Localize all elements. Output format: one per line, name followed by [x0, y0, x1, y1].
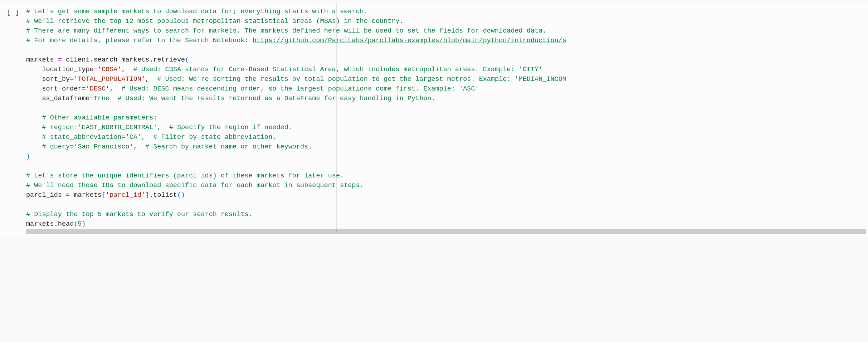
code-token-name: markets: [26, 56, 58, 64]
code-token-punct: ,: [109, 85, 121, 93]
code-line[interactable]: # Other available parameters:: [26, 113, 868, 123]
code-token-name: head: [58, 220, 74, 228]
code-line[interactable]: markets = client.search_markets.retrieve…: [26, 55, 868, 65]
code-token-comment: # Used: We're sorting the results by tot…: [157, 75, 566, 83]
code-token-comment: # Used: DESC means descending order, so …: [121, 85, 479, 93]
code-token-punct: ,: [145, 75, 157, 83]
code-token-paren: ): [82, 220, 86, 228]
code-token-comment: # region='EAST_NORTH_CENTRAL', # Specify…: [42, 124, 292, 131]
code-line[interactable]: markets.head(5): [26, 220, 868, 229]
code-token-comment: # Let's get some sample markets to downl…: [26, 8, 368, 15]
prompt-label: [ ]: [7, 8, 19, 17]
code-token-op: =: [58, 56, 62, 64]
code-token-op: =: [94, 66, 98, 73]
code-token-comment: # For more details, please refer to the …: [26, 37, 253, 44]
code-token-name: [26, 114, 42, 122]
code-content[interactable]: # Let's get some sample markets to downl…: [26, 7, 868, 229]
code-token-comment: # We'll need these IDs to download speci…: [26, 182, 364, 189]
code-token-bracket: [: [102, 191, 106, 199]
code-token-name: sort_by: [26, 75, 70, 83]
code-token-link[interactable]: https://github.com/ParclLabs/parcllabs-e…: [253, 37, 566, 44]
code-line[interactable]: [26, 162, 868, 171]
code-token-string: 'parcl_id': [106, 191, 145, 199]
code-token-name: client: [62, 56, 90, 64]
code-token-op: =: [82, 85, 86, 93]
code-token-name: search_markets: [94, 56, 149, 64]
code-token-string: 'CBSA': [98, 66, 122, 73]
code-line[interactable]: [26, 104, 868, 113]
code-line[interactable]: parcl_ids = markets['parcl_id'].tolist(): [26, 191, 868, 200]
code-token-name: [26, 124, 42, 131]
code-token-comment: # There are many different ways to searc…: [26, 27, 546, 35]
code-token-name: [109, 95, 117, 102]
code-line[interactable]: # For more details, please refer to the …: [26, 36, 868, 46]
code-cell[interactable]: [ ] # Let's get some sample markets to d…: [0, 3, 868, 237]
code-token-bracket: ]: [145, 191, 149, 199]
code-token-comment: # Used: CBSA stands for Core-Based Stati…: [133, 66, 543, 73]
code-line[interactable]: # There are many different ways to searc…: [26, 26, 868, 36]
code-token-punct: .: [149, 191, 153, 199]
code-line[interactable]: # Let's store the unique identifiers (pa…: [26, 171, 868, 181]
code-line[interactable]: # query='San Francisco', # Search by mar…: [26, 142, 868, 152]
code-token-name: sort_order: [26, 85, 82, 93]
code-line[interactable]: # Let's get some sample markets to downl…: [26, 7, 868, 17]
code-token-name: location_type: [26, 66, 94, 73]
code-line[interactable]: # region='EAST_NORTH_CENTRAL', # Specify…: [26, 123, 868, 133]
code-token-name: retrieve: [153, 56, 185, 64]
code-editor[interactable]: # Let's get some sample markets to downl…: [26, 3, 868, 237]
code-line[interactable]: # state_abbreviation='CA', # Filter by s…: [26, 133, 868, 142]
code-token-comment: # We'll retrieve the top 12 most populou…: [26, 18, 404, 25]
code-line[interactable]: # Display the top 5 markets to verify ou…: [26, 210, 868, 220]
code-token-paren: ): [26, 153, 30, 160]
code-token-punct: .: [90, 56, 94, 64]
code-line[interactable]: as_dataframe=True # Used: We want the re…: [26, 94, 868, 104]
code-token-name: [26, 143, 42, 151]
code-token-string: 'TOTAL_POPULATION': [74, 75, 145, 83]
code-token-comment: # state_abbreviation='CA', # Filter by s…: [42, 133, 276, 141]
code-token-paren: (): [177, 191, 185, 199]
code-token-name: tolist: [153, 191, 177, 199]
code-line[interactable]: location_type='CBSA', # Used: CBSA stand…: [26, 65, 868, 75]
code-token-comment: # Used: We want the results returned as …: [117, 95, 435, 102]
code-line[interactable]: sort_by='TOTAL_POPULATION', # Used: We'r…: [26, 75, 868, 84]
code-token-paren: (: [185, 56, 189, 64]
code-token-comment: # Let's store the unique identifiers (pa…: [26, 172, 344, 180]
code-token-name: [26, 133, 42, 141]
horizontal-scrollbar[interactable]: [26, 229, 866, 234]
code-token-number: 5: [78, 220, 82, 228]
code-line[interactable]: [26, 46, 868, 55]
code-token-punct: .: [54, 220, 58, 228]
code-token-op: =: [70, 75, 74, 83]
code-token-paren: (: [74, 220, 78, 228]
code-line[interactable]: # We'll retrieve the top 12 most populou…: [26, 17, 868, 26]
code-line[interactable]: ): [26, 152, 868, 162]
code-token-punct: ,: [121, 66, 133, 73]
code-token-string: 'DESC': [86, 85, 110, 93]
code-token-comment: # query='San Francisco', # Search by mar…: [42, 143, 312, 151]
code-token-op: =: [66, 191, 70, 199]
code-token-comment: # Display the top 5 markets to verify ou…: [26, 211, 253, 218]
code-token-name: as_dataframe: [26, 95, 90, 102]
code-token-name: parcl_ids: [26, 191, 66, 199]
code-line[interactable]: # We'll need these IDs to download speci…: [26, 181, 868, 191]
notebook: [ ] # Let's get some sample markets to d…: [0, 0, 868, 237]
code-token-comment: # Other available parameters:: [42, 114, 157, 122]
code-token-name: markets: [26, 220, 54, 228]
code-line[interactable]: sort_order='DESC', # Used: DESC means de…: [26, 84, 868, 94]
execution-prompt[interactable]: [ ]: [0, 3, 26, 17]
code-token-op: =: [90, 95, 94, 102]
code-line[interactable]: [26, 200, 868, 210]
code-token-bool: True: [94, 95, 109, 102]
code-token-name: markets: [70, 191, 102, 199]
code-token-punct: .: [149, 56, 153, 64]
